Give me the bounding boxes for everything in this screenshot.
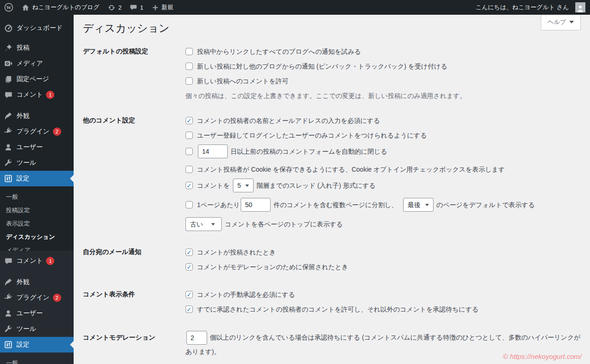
sidebar-item-users-2[interactable]: ユーザー [0,306,74,321]
option-manual-approval: コメントの手動承認を必須にする [185,289,581,300]
admin-bar: W ねこヨーグルトのブログ 2 1 [0,0,590,15]
sidebar-label-plugins: プラグイン [17,127,50,136]
require-name-email-checkbox[interactable] [185,117,193,124]
sidebar-item-settings-2[interactable]: 設定 [0,337,74,352]
sidebar-label-media: メディア [17,59,43,68]
help-button[interactable]: ヘルプ [541,15,581,30]
option-previously-approved: すでに承認されたコメントの投稿者のコメントを許可し、それ以外のコメントを承認待ち… [185,304,581,315]
user-icon [0,309,17,318]
previously-approved-checkbox[interactable] [185,306,193,313]
site-name: ねこヨーグルトのブログ [32,3,99,12]
plugin-icon [0,294,17,302]
option-page-comments: 1ページあたり 件のコメントを含む複数ページに分割し、 最後 のページをデフォル… [185,198,581,212]
settings-discussion-page: ヘルプ ディスカッション デフォルトの投稿設定 投稿中からリンクしたすべてのブロ… [74,15,590,364]
moderation-links-input[interactable] [186,331,207,345]
menu-separator [0,36,74,40]
section-label: 自分宛のメール通知 [83,238,185,280]
plugin-icon [0,127,17,136]
option-require-name-email: コメントの投稿者の名前とメールアドレスの入力を必須にする [185,115,581,126]
option-notify-blogs: 投稿中からリンクしたすべてのブログへの通知を試みる [185,46,581,57]
sidebar-item-appearance-2[interactable]: 外観 [0,274,74,290]
sidebar-label-comments: コメント [17,91,43,99]
wordpress-logo-menu[interactable]: W [0,0,17,15]
comments-icon [0,91,17,99]
notify-blogs-checkbox[interactable] [185,48,193,55]
sidebar-item-pages[interactable]: 固定ページ [0,71,74,87]
comments-per-page-input[interactable] [241,198,271,212]
section-before-comment-appears: コメント表示条件 コメントの手動承認を必須にする すでに承認されたコメントの投稿… [83,280,581,322]
close-comments-days-input[interactable] [198,144,228,158]
submenu-item-general[interactable]: 一般 [0,190,74,203]
sidebar-label-plugins: プラグイン [17,294,50,302]
sidebar-item-media[interactable]: メディア [0,56,74,71]
section-label: 他のコメント設定 [83,109,185,238]
comment-order-select[interactable]: 古い [185,217,222,231]
submenu-item-general-2[interactable]: 一般 [0,356,74,364]
paintbrush-icon [0,278,17,286]
page-comments-checkbox[interactable] [185,201,193,208]
pending-comments-link[interactable]: 1 [126,0,147,15]
option-email-new-comment: コメントが投稿されたとき [185,247,581,258]
greeting-text: こんにちは、ねこヨーグルト さん [475,3,569,12]
wrench-icon [0,159,17,167]
sidebar-item-users[interactable]: ユーザー [0,139,74,155]
sidebar-item-comments-2[interactable]: コメント 1 [0,253,74,269]
section-default-post-settings: デフォルトの投稿設定 投稿中からリンクしたすべてのブログへの通知を試みる 新しい… [83,40,581,109]
updates-link[interactable]: 2 [104,0,126,15]
section-other-comment-settings: 他のコメント設定 コメントの投稿者の名前とメールアドレスの入力を必須にする ユー… [83,109,581,238]
thread-comments-checkbox[interactable] [185,182,193,189]
svg-text:W: W [6,5,12,10]
manual-approval-checkbox[interactable] [185,291,193,298]
submenu-item-media[interactable]: メディア [0,243,74,251]
cookies-optin-checkbox[interactable] [185,166,193,173]
settings-submenu-2: 一般 [0,352,74,364]
email-moderation-checkbox[interactable] [185,263,193,271]
sidebar-item-comments[interactable]: コメント 1 [0,87,74,103]
submenu-item-discussion[interactable]: ディスカッション [0,230,74,243]
submenu-item-reading[interactable]: 表示設定 [0,217,74,230]
chevron-down-icon [425,204,429,206]
submenu-item-writing[interactable]: 投稿設定 [0,203,74,217]
option-allow-comments: 新しい投稿へのコメントを許可 [185,75,581,87]
sidebar-item-tools[interactable]: ツール [0,155,74,171]
sidebar-label-users: ユーザー [17,309,43,318]
chevron-down-icon [245,185,249,187]
sidebar-item-appearance[interactable]: 外観 [0,108,74,124]
sidebar-item-posts[interactable]: 投稿 [0,40,74,56]
sidebar-label-tools: ツール [17,325,36,333]
sidebar-label-appearance: 外観 [17,112,29,120]
allow-pingbacks-checkbox[interactable] [185,63,193,70]
sidebar-label-tools: ツール [17,159,36,167]
page-title: ディスカッション [83,15,581,40]
settings-icon [0,341,17,349]
avatar [575,2,585,12]
my-account-menu[interactable]: こんにちは、ねこヨーグルト さん [471,0,586,15]
email-new-comment-checkbox[interactable] [185,248,193,256]
chevron-down-icon [211,223,215,225]
user-icon [0,143,17,151]
comments-count: 1 [140,4,143,11]
sidebar-item-plugins[interactable]: プラグイン 2 [0,124,74,139]
sidebar-label-settings: 設定 [17,341,29,349]
thread-depth-select[interactable]: 5 [233,179,254,192]
sidebar-menu-bottom: コメント 1 外観 プラグイン 2 ユーザー [0,251,74,364]
sidebar-label-settings: 設定 [17,174,29,183]
default-comments-page-select[interactable]: 最後 [403,198,434,212]
sidebar-label-users: ユーザー [17,143,43,151]
paintbrush-icon [0,112,17,120]
allow-comments-checkbox[interactable] [185,77,193,85]
menu-separator [0,269,74,274]
close-comments-checkbox[interactable] [185,148,193,155]
sidebar-item-dashboard[interactable]: ダッシュボード [0,20,74,36]
sidebar-label-dashboard: ダッシュボード [17,24,63,32]
registered-only-checkbox[interactable] [185,132,193,139]
settings-icon [0,174,17,183]
new-content-menu[interactable]: 新規 [148,0,178,15]
wordpress-logo-icon: W [4,3,13,12]
comment-bubble-icon [130,4,137,11]
pushpin-icon [0,44,17,52]
sidebar-item-tools-2[interactable]: ツール [0,321,74,337]
sidebar-item-plugins-2[interactable]: プラグイン 2 [0,290,74,306]
site-name-link[interactable]: ねこヨーグルトのブログ [17,0,104,15]
sidebar-item-settings[interactable]: 設定 [0,171,74,186]
